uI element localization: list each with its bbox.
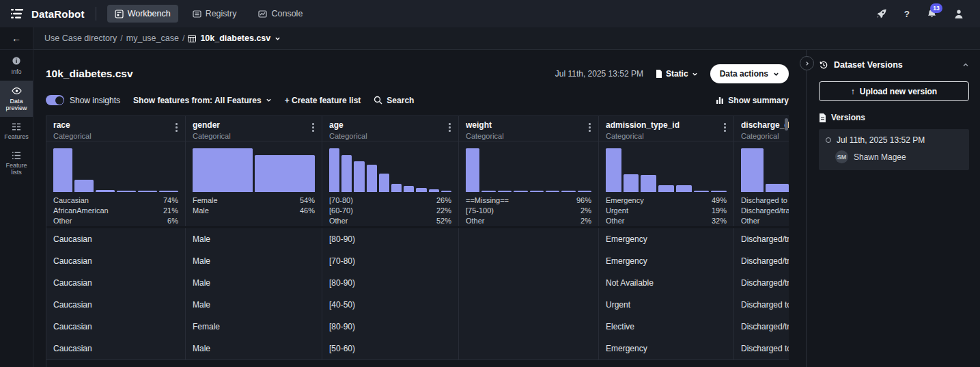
version-author: Shawn Magee	[854, 152, 906, 162]
search-button[interactable]: Search	[374, 96, 414, 105]
histogram-bar	[193, 148, 253, 192]
table-cell-gender: Male	[186, 228, 322, 251]
sidebar-item-info[interactable]: Info	[0, 50, 33, 81]
stat-value: 74%	[163, 195, 178, 206]
stat-row: [60-70)22%	[329, 206, 451, 216]
topnav-item-console[interactable]: Console	[251, 5, 310, 23]
topnav-item-workbench[interactable]: Workbench	[107, 5, 178, 23]
stat-row: Other	[741, 216, 789, 226]
table-cell-discharge_disp: Discharged to	[734, 294, 789, 316]
stat-value: 54%	[300, 195, 315, 206]
chevron-up-icon[interactable]	[962, 62, 969, 68]
column-name: admission_type_id	[606, 120, 728, 130]
version-list-item[interactable]: Jul 11th, 2025 13:52 PM SM Shawn Magee	[819, 129, 969, 170]
user-profile-icon[interactable]	[954, 9, 964, 19]
column-stats-age: [70-80)26%[60-70)22%Other52%	[322, 192, 459, 226]
table-cell-discharge_disp: Discharged/tra	[734, 316, 789, 338]
column-menu-icon[interactable]	[587, 122, 592, 133]
breadcrumb-current-dataset[interactable]: 10k_diabetes.csv	[188, 33, 281, 43]
upload-new-version-button[interactable]: ↑ Upload new version	[819, 81, 969, 101]
column-menu-icon[interactable]	[174, 122, 179, 133]
stat-label: Urgent	[606, 206, 628, 216]
app-window: DataRobot Workbench	[0, 0, 980, 367]
table-cell-admission_type_id: Emergency	[599, 250, 734, 273]
column-header-weight[interactable]: weightCategorical	[459, 116, 599, 141]
stat-row: Male46%	[193, 206, 315, 216]
table-cell-age: [80-90)	[322, 316, 459, 338]
top-nav: DataRobot Workbench	[0, 0, 980, 27]
sidebar-item-feature-lists[interactable]: Feature lists	[0, 146, 33, 181]
panel-collapse-button[interactable]	[800, 56, 814, 70]
show-summary-button[interactable]: Show summary	[716, 96, 789, 105]
rocket-icon[interactable]	[876, 8, 887, 19]
sidebar-item-features[interactable]: Features	[0, 117, 33, 146]
chevron-down-icon	[266, 97, 272, 103]
topnav-item-registry[interactable]: Registry	[185, 5, 244, 23]
file-icon	[656, 70, 662, 78]
table-cell-discharge_disp: Discharged/tra	[734, 272, 789, 295]
column-header-discharge_disp[interactable]: discharge_dispCategorical	[734, 116, 789, 141]
create-feature-list-button[interactable]: + Create feature list	[285, 96, 361, 105]
column-menu-icon[interactable]	[311, 122, 316, 133]
stat-value: 96%	[576, 195, 591, 206]
sidebar-item-data-preview[interactable]: Data preview	[0, 81, 33, 117]
stat-label: Other	[606, 216, 625, 226]
notifications-bell-icon[interactable]: 13	[927, 8, 937, 19]
help-icon[interactable]: ?	[904, 9, 910, 19]
breadcrumb-use-case-directory[interactable]: Use Case directory	[44, 33, 117, 43]
column-header-gender[interactable]: genderCategorical	[186, 116, 322, 141]
stat-label: Male	[193, 206, 209, 216]
show-insights-toggle-wrap[interactable]: Show insights	[46, 95, 120, 105]
stat-row: AfricanAmerican21%	[53, 206, 178, 216]
histogram-bar	[53, 148, 72, 192]
breadcrumb-separator: /	[120, 33, 122, 43]
histogram-bar	[329, 148, 339, 192]
column-name: gender	[193, 120, 316, 130]
table-cell-weight	[459, 272, 599, 295]
histogram-age	[322, 141, 459, 192]
column-menu-icon[interactable]	[447, 122, 452, 133]
stat-label: [75-100)	[466, 206, 494, 216]
column-type-label: Categorical	[741, 132, 789, 140]
column-menu-icon[interactable]	[723, 122, 727, 133]
stat-label: Discharged/trans	[741, 206, 789, 216]
data-actions-button[interactable]: Data actions	[710, 64, 789, 83]
column-name: weight	[466, 120, 593, 130]
column-header-age[interactable]: ageCategorical	[322, 116, 459, 141]
show-insights-toggle[interactable]	[46, 95, 64, 105]
upload-new-version-label: Upload new version	[860, 87, 937, 96]
history-icon	[819, 60, 828, 70]
table-cell-admission_type_id: Elective	[599, 316, 734, 338]
table-cell-gender: Male	[186, 294, 322, 316]
topnav-item-label: Workbench	[128, 9, 171, 18]
data-preview-toolbar: Show insights Show features from: All Fe…	[46, 95, 789, 105]
stat-value: 21%	[163, 206, 178, 216]
stat-label: Emergency	[606, 195, 644, 206]
column-header-race[interactable]: raceCategorical	[46, 116, 186, 141]
stat-label: Discharged to hc	[741, 195, 789, 206]
column-header-admission_type_id[interactable]: admission_type_idCategorical	[599, 116, 734, 141]
back-arrow-icon[interactable]: ←	[12, 33, 21, 44]
datarobot-logo[interactable]: DataRobot	[11, 8, 85, 20]
stat-row: Other52%	[329, 216, 451, 226]
table-cell-age: [80-90)	[322, 272, 459, 295]
stat-label: [70-80)	[329, 195, 353, 206]
column-stats-admission_type_id: Emergency49%Urgent19%Other32%	[599, 192, 734, 226]
bar-chart-icon	[716, 96, 724, 105]
stat-row: [75-100)2%	[466, 206, 591, 216]
snapshot-policy-select[interactable]: Static	[656, 69, 698, 79]
table-vertical-scrollbar[interactable]	[785, 118, 788, 131]
table-cell-race: Caucasian	[46, 338, 186, 360]
console-icon	[258, 10, 267, 18]
stat-label: Other	[466, 216, 485, 226]
main-content: 10k_diabetes.csv Jul 11th, 2025 13:52 PM…	[33, 50, 806, 367]
table-cell-race: Caucasian	[46, 272, 186, 295]
stat-row: Other2%	[466, 216, 591, 226]
show-features-from-select[interactable]: Show features from: All Features	[133, 96, 272, 105]
sidebar-item-label: Features	[4, 133, 29, 140]
data-preview-table: raceCategoricalgenderCategoricalageCateg…	[46, 115, 789, 367]
avatar: SM	[835, 150, 848, 163]
table-cell-weight	[459, 338, 599, 360]
stat-value: 32%	[712, 216, 727, 226]
breadcrumb-my-use-case[interactable]: my_use_case	[126, 33, 179, 43]
